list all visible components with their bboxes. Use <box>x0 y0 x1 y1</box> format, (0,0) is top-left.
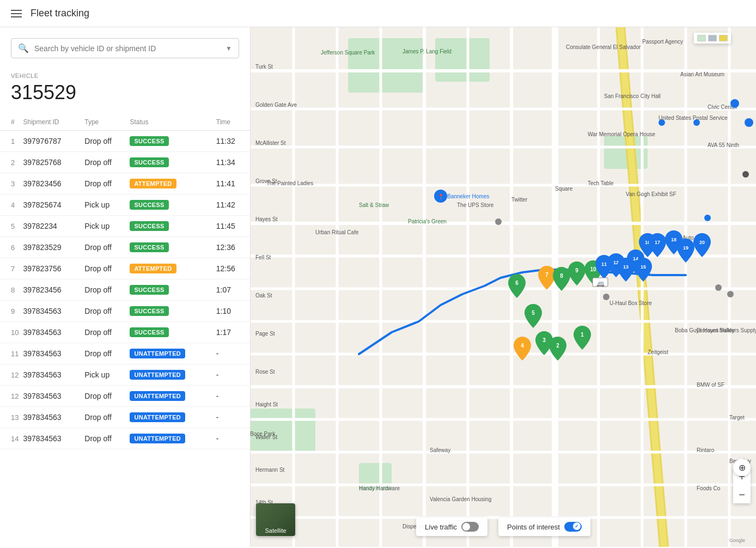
svg-text:Salt & Straw: Salt & Straw <box>359 202 389 208</box>
table-row[interactable]: 8 397823456 Drop off SUCCESS 1:07 <box>0 279 250 301</box>
svg-point-110 <box>745 118 753 127</box>
cell-type: Drop off <box>84 173 130 194</box>
status-badge: SUCCESS <box>130 242 168 252</box>
cell-time: - <box>216 407 250 428</box>
svg-text:Handy Hardware: Handy Hardware <box>359 485 400 491</box>
cell-shipment-id: 397834563 <box>23 301 84 322</box>
cell-status: ATTEMPTED <box>130 258 216 279</box>
cell-status: SUCCESS <box>130 279 216 301</box>
zoom-out-button[interactable]: − <box>733 486 751 503</box>
status-badge: SUCCESS <box>130 136 168 146</box>
svg-text:13: 13 <box>623 264 629 270</box>
live-traffic-toggle-group: Live traffic <box>416 517 487 536</box>
cell-type: Pick up <box>84 364 130 386</box>
cell-num: 14 <box>0 428 23 449</box>
app-header: Fleet tracking <box>0 0 756 27</box>
cell-time: 12:56 <box>216 258 250 279</box>
svg-text:AVA 55 Ninth: AVA 55 Ninth <box>708 142 739 148</box>
table-row[interactable]: 7 397823756 Drop off ATTEMPTED 12:56 <box>0 258 250 279</box>
cell-time: 1:07 <box>216 279 250 301</box>
table-row[interactable]: 9 397834563 Drop off SUCCESS 1:10 <box>0 301 250 322</box>
svg-text:11: 11 <box>601 261 607 267</box>
svg-text:James P. Lang Field: James P. Lang Field <box>403 48 452 54</box>
svg-text:1: 1 <box>581 332 584 338</box>
cell-shipment-id: 397976787 <box>23 131 84 152</box>
table-row[interactable]: 10 397834563 Drop off SUCCESS 1:17 <box>0 322 250 343</box>
svg-point-111 <box>742 171 749 178</box>
cell-type: Drop off <box>84 343 130 364</box>
svg-text:Urban Ritual Cafe: Urban Ritual Cafe <box>315 229 359 235</box>
svg-point-113 <box>495 218 502 225</box>
cell-shipment-id: 397834563 <box>23 322 84 343</box>
svg-text:Zeitgeist: Zeitgeist <box>648 349 668 355</box>
svg-text:War Memorial Opera House: War Memorial Opera House <box>588 131 656 137</box>
table-row[interactable]: 2 397825768 Drop off SUCCESS 11:34 <box>0 152 250 173</box>
cell-time: - <box>216 364 250 386</box>
cell-time: - <box>216 428 250 449</box>
table-row[interactable]: 4 397825674 Pick up SUCCESS 11:42 <box>0 194 250 216</box>
status-badge: SUCCESS <box>130 221 168 231</box>
cell-shipment-id: 397834563 <box>23 364 84 386</box>
svg-text:Patricia's Green: Patricia's Green <box>408 218 447 224</box>
cell-type: Drop off <box>84 152 130 173</box>
satellite-thumbnail[interactable]: Satellite <box>256 503 295 536</box>
table-row[interactable]: 5 39782234 Pick up SUCCESS 11:45 <box>0 216 250 237</box>
map-layer-control[interactable] <box>694 33 731 44</box>
cell-shipment-id: 397825674 <box>23 194 84 216</box>
table-row[interactable]: 1 397976787 Drop off SUCCESS 11:32 <box>0 131 250 152</box>
cell-shipment-id: 397823529 <box>23 237 84 258</box>
table-row[interactable]: 6 397823529 Drop off SUCCESS 12:36 <box>0 237 250 258</box>
cell-num: 10 <box>0 322 23 343</box>
svg-text:McAllister St: McAllister St <box>255 140 286 146</box>
menu-icon[interactable] <box>11 10 22 17</box>
svg-text:Safeway: Safeway <box>430 447 450 453</box>
status-badge: SUCCESS <box>130 327 168 337</box>
status-badge: SUCCESS <box>130 306 168 316</box>
cell-time: 12:36 <box>216 237 250 258</box>
cell-num: 12 <box>0 364 23 386</box>
cell-shipment-id: 397834563 <box>23 428 84 449</box>
poi-toggle[interactable] <box>564 522 582 532</box>
cell-shipment-id: 397823456 <box>23 279 84 301</box>
cell-num: 13 <box>0 407 23 428</box>
svg-text:San Francisco City Hall: San Francisco City Hall <box>604 93 661 99</box>
table-row[interactable]: 3 397823456 Drop off ATTEMPTED 11:41 <box>0 173 250 194</box>
search-box[interactable]: 🔍 ▼ <box>11 38 239 58</box>
svg-text:17: 17 <box>655 240 660 245</box>
svg-text:10: 10 <box>590 266 596 272</box>
cell-num: 3 <box>0 173 23 194</box>
search-input[interactable] <box>34 44 225 53</box>
svg-text:Rose St: Rose St <box>255 369 275 375</box>
cell-status: SUCCESS <box>130 131 216 152</box>
search-area: 🔍 ▼ <box>0 27 250 64</box>
col-type: Type <box>84 114 130 131</box>
cell-status: SUCCESS <box>130 194 216 216</box>
table-row[interactable]: 11 397834563 Drop off UNATTEMPTED - <box>0 343 250 364</box>
svg-rect-1 <box>348 38 424 93</box>
cell-type: Drop off <box>84 279 130 301</box>
cell-status: UNATTEMPTED <box>130 407 216 428</box>
table-row[interactable]: 13 397834563 Drop off UNATTEMPTED - <box>0 407 250 428</box>
cell-type: Drop off <box>84 322 130 343</box>
table-row[interactable]: 14 397834563 Drop off UNATTEMPTED - <box>0 428 250 449</box>
map-svg: Turk St Golden Gate Ave McAllister St Gr… <box>251 27 756 547</box>
shipments-table: # Shipment ID Type Status Time 1 3979767… <box>0 114 250 449</box>
cell-num: 5 <box>0 216 23 237</box>
svg-text:7: 7 <box>545 272 548 278</box>
chevron-down-icon[interactable]: ▼ <box>225 45 232 52</box>
svg-text:5: 5 <box>532 310 535 316</box>
live-traffic-label: Live traffic <box>425 523 457 531</box>
cell-type: Drop off <box>84 407 130 428</box>
svg-rect-0 <box>251 27 756 547</box>
table-row[interactable]: 12 397834563 Pick up UNATTEMPTED - <box>0 364 250 386</box>
table-row[interactable]: 12 397834563 Drop off UNATTEMPTED - <box>0 386 250 407</box>
cell-shipment-id: 397823456 <box>23 173 84 194</box>
svg-rect-4 <box>251 409 315 452</box>
compass-button[interactable]: ⊕ <box>733 459 751 476</box>
cell-shipment-id: 397825768 <box>23 152 84 173</box>
live-traffic-toggle[interactable] <box>461 522 479 532</box>
vehicle-label: VEHICLE <box>11 72 239 79</box>
svg-text:📍: 📍 <box>438 193 444 200</box>
cell-type: Pick up <box>84 216 130 237</box>
svg-text:Target: Target <box>729 415 745 421</box>
